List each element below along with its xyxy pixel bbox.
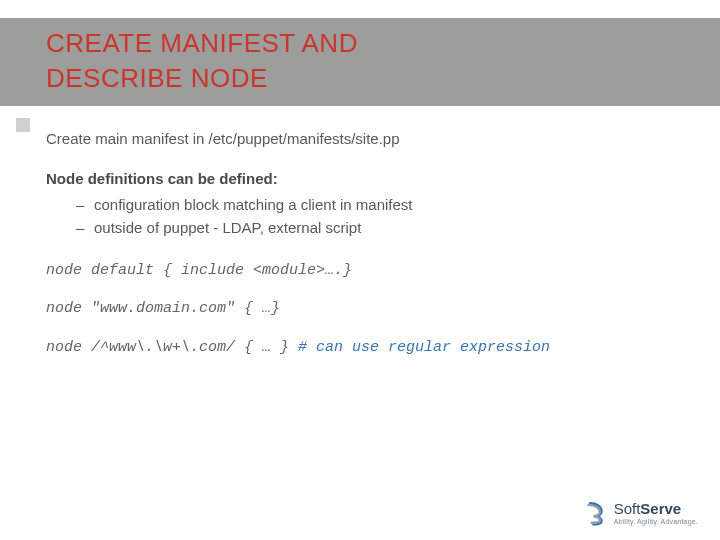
code-line: node "www.domain.com" { …} bbox=[46, 299, 676, 319]
code-block: node default { include <module>….} node … bbox=[46, 261, 676, 358]
left-accent-block bbox=[16, 118, 30, 132]
subhead-text: Node definitions can be defined: bbox=[46, 170, 278, 187]
brand-logo: SoftServe Ability. Agility. Advantage. bbox=[582, 500, 698, 526]
code-line: node default { include <module>….} bbox=[46, 261, 676, 281]
lead-text: Create main manifest in /etc/puppet/mani… bbox=[46, 128, 676, 150]
subhead: Node definitions can be defined: bbox=[46, 168, 676, 190]
code-comment: # can use regular expression bbox=[298, 339, 550, 356]
logo-icon bbox=[582, 500, 608, 526]
brand-tagline: Ability. Agility. Advantage. bbox=[614, 518, 698, 525]
brand-name: SoftServe bbox=[614, 501, 698, 516]
title-band: CREATE MANIFEST AND DESCRIBE NODE bbox=[0, 18, 720, 106]
code-text: node /^www\.\w+\.com/ { … } bbox=[46, 339, 298, 356]
title-line-2: DESCRIBE NODE bbox=[46, 63, 268, 93]
code-line: node /^www\.\w+\.com/ { … } # can use re… bbox=[46, 338, 676, 358]
slide-title: CREATE MANIFEST AND DESCRIBE NODE bbox=[0, 18, 720, 96]
content-area: Create main manifest in /etc/puppet/mani… bbox=[0, 106, 720, 358]
brand-bold: Serve bbox=[640, 500, 681, 517]
title-line-1: CREATE MANIFEST AND bbox=[46, 28, 358, 58]
logo-text: SoftServe Ability. Agility. Advantage. bbox=[614, 501, 698, 525]
list-item: configuration block matching a client in… bbox=[76, 194, 676, 216]
bullet-list: configuration block matching a client in… bbox=[46, 194, 676, 240]
list-item: outside of puppet - LDAP, external scrip… bbox=[76, 217, 676, 239]
brand-light: Soft bbox=[614, 500, 641, 517]
